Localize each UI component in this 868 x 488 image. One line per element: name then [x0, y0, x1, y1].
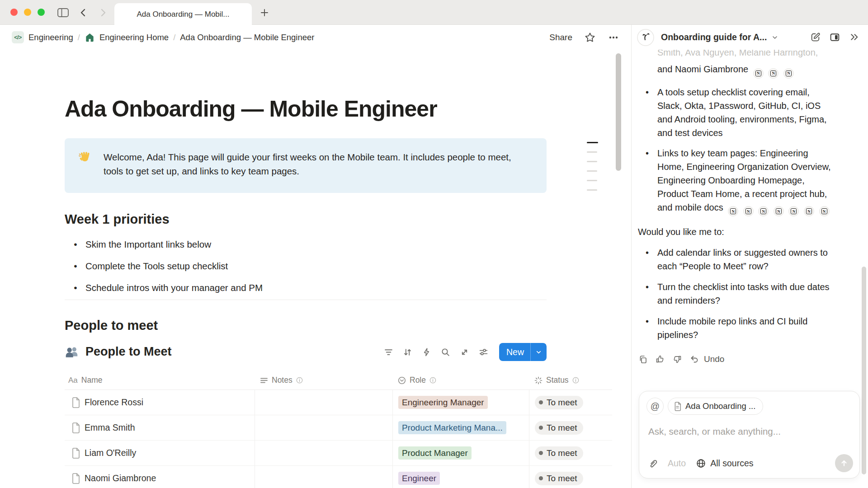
- role-badge: Engineer: [398, 472, 440, 485]
- ai-face-icon: [637, 29, 654, 46]
- thumbs-up-icon[interactable]: [655, 354, 665, 364]
- traffic-light-zoom[interactable]: [38, 9, 45, 16]
- forward-icon[interactable]: [97, 6, 109, 19]
- week1-list: Skim the Important links below Complete …: [65, 234, 547, 299]
- ai-thread-title[interactable]: Onboarding guide for A...: [661, 32, 767, 42]
- table-row[interactable]: Florence Rossi Engineering Manager To me…: [65, 390, 612, 415]
- share-button[interactable]: Share: [549, 33, 572, 42]
- role-cell[interactable]: Product Manager: [392, 441, 529, 465]
- breadcrumb-workspace[interactable]: Engineering: [28, 33, 73, 42]
- undo-label[interactable]: Undo: [704, 352, 724, 366]
- role-cell[interactable]: Product Marketing Mana...: [392, 415, 529, 440]
- page-content: Ada Onboarding — Mobile Engineer: [0, 50, 631, 488]
- person-name: Emma Smith: [85, 422, 135, 433]
- back-icon[interactable]: [77, 6, 90, 19]
- new-tab-button[interactable]: [258, 6, 271, 19]
- ai-clipped-text: Smith, Ava Nguyen, Melanie Harrington,: [657, 50, 858, 61]
- new-chat-compose-icon[interactable]: [810, 32, 821, 43]
- table-row[interactable]: Liam O'Reilly Product Manager To meet: [65, 441, 612, 466]
- info-icon: [572, 377, 579, 384]
- tab-bar: Ada Onboarding — Mobil...: [0, 0, 868, 25]
- search-icon[interactable]: [439, 346, 452, 358]
- tab-title: Ada Onboarding — Mobil...: [137, 10, 229, 19]
- copy-icon[interactable]: [638, 354, 648, 364]
- status-cell[interactable]: To meet: [529, 466, 612, 488]
- new-button[interactable]: New: [499, 343, 547, 361]
- notion-page-chip-icon[interactable]: N: [788, 206, 799, 216]
- view-settings-icon[interactable]: [477, 346, 490, 358]
- active-tab[interactable]: Ada Onboarding — Mobil...: [114, 3, 252, 25]
- status-cell[interactable]: To meet: [529, 441, 612, 465]
- collapse-panel-icon[interactable]: [849, 32, 860, 43]
- status-cell[interactable]: To meet: [529, 415, 612, 440]
- table-row[interactable]: Naomi Giambrone Engineer To meet: [65, 466, 612, 488]
- notes-cell[interactable]: [255, 390, 392, 415]
- column-header-name[interactable]: Aa Name: [65, 371, 255, 389]
- globe-icon: [696, 458, 706, 469]
- person-name: Florence Rossi: [85, 397, 143, 408]
- traffic-light-close[interactable]: [10, 9, 18, 16]
- all-sources-button[interactable]: All sources: [696, 458, 753, 469]
- favorite-star-icon[interactable]: [584, 32, 596, 43]
- notion-page-chip-icon[interactable]: N: [728, 206, 738, 216]
- ai-input[interactable]: [648, 424, 838, 439]
- breadcrumb-current[interactable]: Ada Onboarding — Mobile Engineer: [180, 33, 314, 42]
- new-dropdown-chevron-icon[interactable]: [531, 349, 547, 356]
- auto-mode-label[interactable]: Auto: [668, 458, 686, 469]
- new-button-label: New: [499, 347, 530, 357]
- mention-button[interactable]: @: [646, 398, 664, 415]
- role-cell[interactable]: Engineer: [392, 466, 529, 488]
- filter-icon[interactable]: [382, 346, 395, 358]
- panel-layout-icon[interactable]: [829, 32, 840, 43]
- breadcrumb-parent[interactable]: Engineering Home: [99, 33, 169, 42]
- sort-icon[interactable]: [401, 346, 414, 358]
- send-button[interactable]: [835, 454, 853, 472]
- info-icon: [429, 377, 436, 384]
- page-header: </> Engineering / Engineering Home / Ada…: [0, 25, 631, 50]
- column-header-role[interactable]: Role: [392, 371, 529, 389]
- notion-page-chip-icon[interactable]: N: [774, 206, 784, 216]
- notion-page-chip-icon[interactable]: N: [768, 68, 778, 79]
- thumbs-down-icon[interactable]: [672, 354, 682, 364]
- traffic-light-minimize[interactable]: [24, 9, 31, 16]
- database-title-text: People to Meet: [85, 345, 172, 359]
- notes-cell[interactable]: [255, 466, 392, 488]
- context-page-chip[interactable]: Ada Onboarding ...: [668, 398, 763, 415]
- column-header-status[interactable]: Status: [529, 371, 612, 389]
- ai-question: Include mobile repo links and CI build p…: [657, 314, 835, 342]
- chevron-down-icon[interactable]: [771, 34, 778, 41]
- column-header-notes[interactable]: Notes: [255, 371, 392, 389]
- ai-composer[interactable]: @ Ada Onboarding ... Auto: [639, 391, 860, 479]
- attach-paperclip-icon[interactable]: [647, 458, 658, 469]
- undo-icon[interactable]: [689, 354, 699, 364]
- table-row[interactable]: Emma Smith Product Marketing Mana... To …: [65, 415, 612, 441]
- status-cell[interactable]: To meet: [529, 390, 612, 415]
- page-icon: [71, 448, 80, 459]
- automation-bolt-icon[interactable]: [420, 346, 433, 358]
- status-label: To meet: [547, 398, 577, 408]
- notion-page-chip-icon[interactable]: N: [743, 206, 754, 216]
- sidebar-toggle-icon[interactable]: [57, 6, 69, 19]
- database-title[interactable]: People to Meet: [65, 345, 172, 359]
- main-scrollbar[interactable]: [616, 53, 621, 171]
- role-cell[interactable]: Engineering Manager: [392, 390, 529, 415]
- workspace-code-icon: </>: [12, 31, 24, 43]
- page-icon: [71, 473, 80, 484]
- notion-page-chip-icon[interactable]: N: [753, 68, 764, 79]
- ai-question: Add calendar links or suggested owners t…: [657, 246, 835, 273]
- ai-question: Turn the checklist into tasks with due d…: [657, 280, 835, 307]
- notion-page-chip-icon[interactable]: N: [819, 206, 830, 216]
- role-badge: Product Manager: [398, 446, 472, 460]
- people-busts-icon: [65, 345, 79, 359]
- notion-page-chip-icon[interactable]: N: [758, 206, 769, 216]
- more-options-icon[interactable]: [608, 32, 619, 43]
- notes-cell[interactable]: [255, 415, 392, 440]
- table-of-contents-indicator[interactable]: [587, 142, 598, 199]
- notion-page-chip-icon[interactable]: N: [783, 68, 794, 79]
- ai-panel-scrollbar[interactable]: [862, 267, 866, 474]
- notion-page-chip-icon[interactable]: N: [804, 206, 814, 216]
- page-icon: [71, 397, 80, 408]
- expand-icon[interactable]: [458, 346, 471, 358]
- list-item: Skim the Important links below: [65, 234, 547, 255]
- notes-cell[interactable]: [255, 441, 392, 465]
